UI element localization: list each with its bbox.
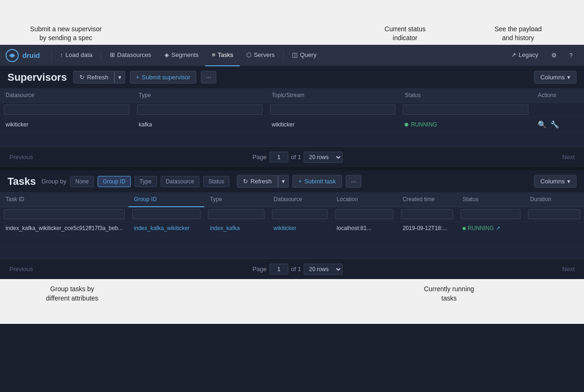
group-id-link[interactable]: index_kafka_wikiticker — [134, 225, 190, 231]
nav-legacy[interactable]: ↗ Legacy — [505, 45, 545, 66]
nav-settings-button[interactable]: ⚙ — [547, 48, 562, 63]
filter-group-id-input[interactable] — [132, 209, 201, 219]
help-icon: ? — [569, 52, 572, 59]
cell-task-status: RUNNING ↗ — [457, 222, 524, 235]
filter-status-input[interactable] — [403, 105, 528, 115]
chevron-down-icon: ▾ — [567, 74, 570, 81]
druid-logo-icon — [6, 49, 19, 62]
plus-icon: + — [136, 74, 140, 81]
filter-duration-input[interactable] — [528, 209, 580, 219]
submit-supervisor-button[interactable]: + Submit supervisor — [130, 71, 197, 84]
filter-task-datasource-input[interactable] — [272, 209, 328, 219]
nav-tasks[interactable]: ≡ Tasks — [205, 45, 240, 66]
supervisors-pagination: Previous Page of 1 20 rows 50 rows 100 r… — [0, 147, 584, 167]
empty-row-tasks-2 — [0, 247, 584, 259]
filter-datasource-input[interactable] — [4, 105, 129, 115]
nav-load-data[interactable]: ↑ Load data — [54, 45, 99, 66]
task-status-running: RUNNING ↗ — [463, 225, 519, 231]
cell-location: localhost:81... — [331, 222, 397, 235]
col-topic-stream: Topic/Stream — [266, 88, 399, 103]
nav-servers[interactable]: ⬡ Servers — [240, 45, 281, 66]
external-link-icon: ↗ — [511, 51, 516, 58]
filter-topic-cell — [266, 103, 399, 117]
supervisors-rows-select[interactable]: 20 rows 50 rows 100 rows — [304, 152, 342, 163]
group-by-groupid-button[interactable]: Group ID — [98, 176, 131, 187]
segments-icon: ◈ — [164, 51, 169, 58]
col-task-type: Type — [204, 192, 268, 207]
view-payload-icon[interactable]: 🔍 — [538, 120, 547, 129]
cell-created-time: 2019-09-12T18:... — [397, 222, 457, 235]
task-type-link[interactable]: index_kafka — [210, 225, 240, 231]
cell-status: RUNNING — [399, 117, 532, 133]
filter-topic-input[interactable] — [270, 105, 396, 115]
tasks-icon: ≡ — [212, 51, 215, 58]
nav-help-button[interactable]: ? — [563, 48, 578, 63]
supervisors-columns-button[interactable]: Columns ▾ — [534, 71, 577, 84]
tasks-columns-button[interactable]: Columns ▾ — [534, 175, 577, 188]
refresh-icon: ↻ — [79, 74, 85, 81]
supervisors-more-button[interactable]: ··· — [201, 71, 216, 84]
filter-task-status-input[interactable] — [461, 209, 520, 219]
submit-task-button[interactable]: + Submit task — [292, 175, 342, 188]
supervisors-prev-button[interactable]: Previous — [0, 151, 43, 163]
task-status-link-icon[interactable]: ↗ — [496, 225, 500, 231]
cell-topic: wikiticker — [266, 117, 399, 133]
annotation-top: Submit a new supervisor by sending a spe… — [0, 0, 584, 45]
annotation-submit-supervisor: Submit a new supervisor by sending a spe… — [9, 25, 122, 43]
annotation-status-indicator: Current status indicator — [349, 25, 462, 43]
tasks-section: Tasks Group by None Group ID Type Dataso… — [0, 169, 584, 279]
filter-location-input[interactable] — [335, 209, 393, 219]
nav-divider-2 — [101, 50, 101, 61]
cell-duration — [524, 222, 584, 235]
filter-type-input[interactable] — [137, 105, 263, 115]
col-type: Type — [133, 88, 266, 103]
filter-task-type-input[interactable] — [208, 209, 264, 219]
supervisors-table-header-row: Datasource Type Topic/Stream Status Acti… — [0, 88, 584, 103]
tasks-prev-button[interactable]: Previous — [0, 263, 43, 275]
task-datasource-link[interactable]: wikiticker — [274, 225, 297, 231]
brand-name: druid — [22, 51, 40, 59]
supervisors-page-info: Page of 1 20 rows 50 rows 100 rows — [252, 152, 342, 163]
nav-datasources[interactable]: ⊞ Datasources — [103, 45, 158, 66]
tasks-rows-select[interactable]: 20 rows 50 rows 100 rows — [304, 264, 342, 275]
tasks-next-button[interactable]: Next — [553, 263, 584, 275]
table-row: wikiticker kafka wikiticker RUNNING 🔍 🔧 — [0, 117, 584, 133]
actions-menu-icon[interactable]: 🔧 — [550, 120, 559, 129]
supervisors-section: Supervisors ↻ Refresh ▾ + Submit supervi… — [0, 66, 584, 167]
filter-created-time-input[interactable] — [401, 209, 453, 219]
cell-group-id: index_kafka_wikiticker — [128, 222, 205, 235]
nav-segments[interactable]: ◈ Segments — [158, 45, 206, 66]
group-by-datasource-button[interactable]: Datasource — [161, 176, 199, 187]
col-actions: Actions — [532, 88, 584, 103]
tasks-pagination: Previous Page of 1 20 rows 50 rows 100 r… — [0, 259, 584, 279]
supervisors-refresh-dropdown[interactable]: ▾ — [114, 71, 125, 84]
group-by-none-button[interactable]: None — [70, 176, 94, 187]
supervisors-page-input[interactable] — [270, 152, 288, 162]
filter-datasource-cell — [0, 103, 133, 117]
group-by-type-button[interactable]: Type — [135, 176, 157, 187]
datasources-icon: ⊞ — [110, 51, 115, 58]
supervisors-refresh-button[interactable]: ↻ Refresh — [73, 71, 114, 84]
col-group-id: Group ID — [128, 192, 205, 207]
supervisors-table: Datasource Type Topic/Stream Status Acti… — [0, 88, 584, 147]
group-by-status-button[interactable]: Status — [203, 176, 229, 187]
supervisors-title: Supervisors — [7, 71, 67, 84]
nav-query[interactable]: ◫ Query — [285, 45, 323, 66]
task-status-dot — [463, 227, 466, 230]
tasks-table-header-row: Task ID Group ID Type Datasource Locatio… — [0, 192, 584, 207]
nav-right-area: ↗ Legacy ⚙ ? — [505, 45, 578, 66]
supervisors-filter-row — [0, 103, 584, 117]
navbar: druid ↑ Load data ⊞ Datasources ◈ Segmen… — [0, 45, 584, 66]
filter-actions-cell — [532, 103, 584, 117]
tasks-page-input[interactable] — [270, 264, 288, 274]
cell-type: kafka — [133, 117, 266, 133]
annotation-currently-running: Currently running tasks — [386, 281, 512, 303]
tasks-more-button[interactable]: ··· — [346, 175, 361, 188]
refresh-button-group: ↻ Refresh ▾ — [73, 71, 125, 84]
tasks-refresh-dropdown[interactable]: ▾ — [278, 175, 289, 188]
filter-task-id-input[interactable] — [4, 209, 125, 219]
tasks-page-info: Page of 1 20 rows 50 rows 100 rows — [252, 264, 342, 275]
supervisors-header: Supervisors ↻ Refresh ▾ + Submit supervi… — [0, 66, 584, 88]
supervisors-next-button[interactable]: Next — [553, 151, 584, 163]
tasks-refresh-button[interactable]: ↻ Refresh — [237, 175, 278, 188]
